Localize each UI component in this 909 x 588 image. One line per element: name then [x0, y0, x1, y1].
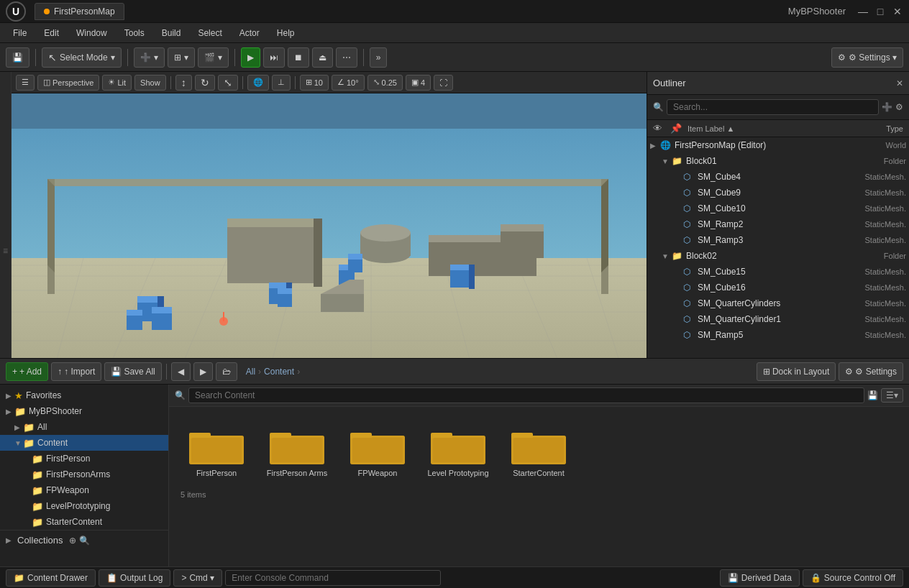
menu-select[interactable]: Select	[191, 27, 229, 40]
back-button[interactable]: ◀	[171, 362, 191, 381]
step-button[interactable]: ⏭	[263, 47, 285, 68]
menu-build[interactable]: Build	[155, 27, 188, 40]
maximize-viewport-button[interactable]: ⛶	[434, 75, 453, 91]
fpweapon-icon: 📁	[32, 485, 43, 496]
menu-edit[interactable]: Edit	[37, 27, 66, 40]
more-options-button[interactable]: ⋯	[336, 47, 357, 68]
output-log-button[interactable]: 📋 Output Log	[99, 569, 170, 587]
import-button[interactable]: ↑ ↑ Import	[51, 362, 101, 381]
svg-rect-45	[348, 258, 362, 272]
tree-item[interactable]: ⬡ SM_QuarterCylinders StaticMesh.	[647, 295, 909, 311]
tree-item[interactable]: ▶ 🌐 FirstPersonMap (Editor) World	[647, 137, 909, 153]
editor-tab[interactable]: FirstPersonMap	[35, 3, 124, 20]
folder-firstpersonarms[interactable]: FirstPerson Arms	[261, 418, 333, 482]
menu-actor[interactable]: Actor	[232, 27, 267, 40]
source-control-button[interactable]: 🔒 Source Control Off	[803, 569, 903, 587]
folder-levelprototyping[interactable]: Level Prototyping	[422, 418, 494, 482]
play-button[interactable]: ▶	[241, 47, 260, 68]
cb-all-item[interactable]: ▶ 📁 All	[0, 419, 168, 435]
tree-item[interactable]: ⬡ SM_Cube10 StaticMesh.	[647, 201, 909, 216]
scale-button[interactable]: ⤡	[218, 75, 238, 91]
cmd-button[interactable]: > Cmd ▾	[173, 569, 222, 587]
cb-startercontent-item[interactable]: 📁 StarterContent	[0, 514, 168, 530]
menu-file[interactable]: File	[6, 27, 34, 40]
folder-firstperson[interactable]: FirstPerson	[181, 418, 252, 482]
pin-col-header: 📌	[670, 123, 685, 134]
sections-button[interactable]: ▣ 4	[406, 75, 431, 91]
world-button[interactable]: 🌐	[247, 75, 269, 91]
breadcrumb-all[interactable]: All	[246, 367, 255, 377]
show-button[interactable]: Show	[134, 75, 166, 91]
cb-favorites-item[interactable]: ▶ ★ Favorites	[0, 387, 168, 403]
menu-help[interactable]: Help	[270, 27, 302, 40]
tree-item[interactable]: ⬡ SM_Cube15 StaticMesh.	[647, 264, 909, 280]
derived-data-button[interactable]: 💾 Derived Data	[720, 569, 800, 587]
expand-toolbar-button[interactable]: »	[370, 47, 388, 68]
lit-button[interactable]: ☀ Lit	[102, 75, 132, 91]
label-col-header[interactable]: Item Label ▲	[688, 124, 836, 133]
cb-content-item[interactable]: ▼ 📁 Content	[0, 435, 168, 451]
menu-tools[interactable]: Tools	[117, 27, 152, 40]
tree-item-type: StaticMesh.	[841, 299, 906, 308]
cb-firstperson-item[interactable]: 📁 FirstPerson	[0, 451, 168, 467]
folder-up-button[interactable]: 🗁	[216, 362, 237, 381]
restore-button[interactable]: □	[874, 6, 886, 17]
cb-levelprototyping-item[interactable]: 📁 LevelPrototyping	[0, 498, 168, 514]
outliner-close-button[interactable]: ✕	[896, 78, 903, 88]
breadcrumb-sep-1: ›	[258, 367, 261, 377]
scale-snap-button[interactable]: ⤡ 0.25	[367, 75, 403, 91]
tree-item[interactable]: ▼ 📁 Block01 Folder	[647, 153, 909, 169]
rotate-button[interactable]: ↻	[195, 75, 215, 91]
menu-window[interactable]: Window	[69, 27, 114, 40]
cb-search-bar: 🔍 💾 ☰▾	[169, 385, 909, 407]
breadcrumb-content[interactable]: Content	[264, 367, 294, 377]
tree-item[interactable]: ⬡ SM_Ramp5 StaticMesh.	[647, 327, 909, 343]
add-collection-button[interactable]: ⊕	[69, 536, 76, 546]
select-mode-button[interactable]: ↖ Select Mode ▾	[42, 47, 122, 68]
minimize-button[interactable]: —	[857, 6, 869, 17]
stop-button[interactable]: ⏹	[288, 47, 309, 68]
folder-startercontent[interactable]: StarterContent	[503, 418, 575, 482]
content-search-input[interactable]	[188, 387, 864, 403]
search-collection-button[interactable]: 🔍	[79, 536, 90, 546]
tree-item[interactable]: ⬡ SM_Cube4 StaticMesh.	[647, 169, 909, 185]
forward-button[interactable]: ▶	[193, 362, 213, 381]
perspective-button[interactable]: ◫ Perspective	[37, 75, 99, 91]
tree-item[interactable]: ⬡ SM_Cube9 StaticMesh.	[647, 185, 909, 201]
tree-item[interactable]: ⬡ SM_QuarterCylinder1 StaticMesh.	[647, 311, 909, 327]
collections-arrow[interactable]: ▶	[6, 536, 14, 544]
tree-item[interactable]: ⬡ SM_Ramp3 StaticMesh.	[647, 232, 909, 248]
content-drawer-button[interactable]: 📁 Content Drawer	[6, 569, 96, 587]
settings-button[interactable]: ⚙ ⚙ Settings ▾	[831, 47, 903, 68]
tree-item[interactable]: ⬡ SM_Ramp2 StaticMesh.	[647, 216, 909, 232]
cb-mybpshooter-item[interactable]: ▶ 📁 MyBPShooter	[0, 403, 168, 419]
translate-button[interactable]: ↕	[175, 75, 192, 91]
hamburger-menu-button[interactable]: ☰	[16, 75, 35, 91]
dock-layout-button[interactable]: ⊞ Dock in Layout	[757, 362, 836, 381]
add-outliner-icon[interactable]: ➕	[882, 102, 892, 112]
snap-button[interactable]: ⊞ ▾	[168, 47, 195, 68]
save-all-button[interactable]: 💾 Save All	[104, 362, 161, 381]
save-search-button[interactable]: 💾	[867, 390, 878, 400]
save-button[interactable]: 💾	[6, 47, 29, 68]
tree-item[interactable]: ▼ 📁 Block02 Folder	[647, 248, 909, 264]
grid-button[interactable]: ⊞ 10	[300, 75, 329, 91]
angle-button[interactable]: ∠ 10°	[332, 75, 365, 91]
cinematic-button[interactable]: 🎬 ▾	[198, 47, 229, 68]
eject-button[interactable]: ⏏	[312, 47, 333, 68]
close-button[interactable]: ✕	[892, 6, 903, 17]
add-actor-button[interactable]: ➕ ▾	[134, 47, 165, 68]
outliner-search-input[interactable]	[667, 99, 879, 115]
cb-fpweapon-item[interactable]: 📁 FPWeapon	[0, 482, 168, 498]
cb-settings-button[interactable]: ⚙ ⚙ Settings	[839, 362, 903, 381]
add-button[interactable]: + + Add	[6, 362, 48, 381]
cb-firstpersonarms-item[interactable]: 📁 FirstPersonArms	[0, 467, 168, 482]
filter-button[interactable]: ☰▾	[881, 388, 903, 403]
save-icon: 💾	[12, 52, 23, 63]
snap-surface-button[interactable]: ⊥	[272, 75, 291, 91]
settings-outliner-icon[interactable]: ⚙	[895, 102, 903, 112]
tree-item[interactable]: ⬡ SM_Cube16 StaticMesh.	[647, 280, 909, 295]
folder-fpweapon[interactable]: FPWeapon	[342, 418, 414, 482]
console-input[interactable]	[225, 570, 441, 586]
tree-item-label: SM_QuarterCylinder1	[698, 314, 841, 324]
